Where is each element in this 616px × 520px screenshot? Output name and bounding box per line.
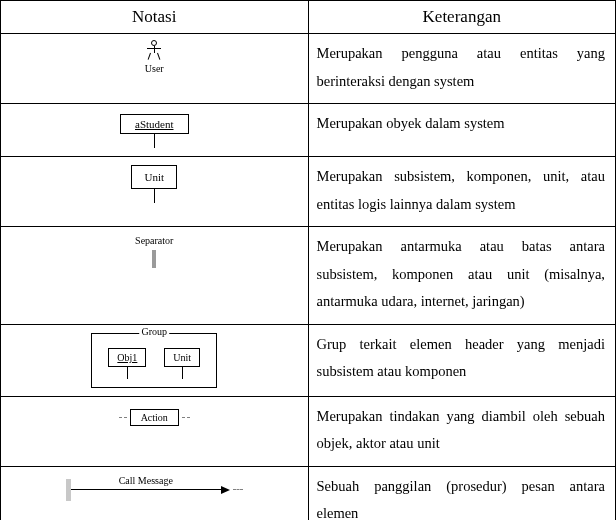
notation-action: Action xyxy=(1,396,309,466)
actor-icon xyxy=(146,40,162,62)
notation-label: Call Message xyxy=(119,475,173,486)
notation-unit: Unit xyxy=(1,157,309,227)
lifeline-icon xyxy=(182,367,183,379)
unit-box-icon: Unit xyxy=(131,165,177,189)
notation-separator: Separator xyxy=(1,227,309,325)
notation-label: User xyxy=(145,63,164,74)
description-cell: Merupakan subsistem, komponen, unit, ata… xyxy=(308,157,616,227)
table-row: Call Message Sebuah panggilan (prosedur)… xyxy=(1,466,616,520)
dash-left-icon xyxy=(119,417,127,418)
table-row: User Merupakan pengguna atau entitas yan… xyxy=(1,34,616,104)
description-cell: Grup terkait elemen header yang menjadi … xyxy=(308,324,616,396)
group-obj1-box: Obj1 xyxy=(108,348,146,367)
description-cell: Merupakan antarmuka atau batas antara su… xyxy=(308,227,616,325)
notation-call-message: Call Message xyxy=(1,466,309,520)
dash-right-icon xyxy=(182,417,190,418)
group-title: Group xyxy=(139,326,169,337)
header-notasi: Notasi xyxy=(1,1,309,34)
table-row: Unit Merupakan subsistem, komponen, unit… xyxy=(1,157,616,227)
description-cell: Sebuah panggilan (prosedur) pesan antara… xyxy=(308,466,616,520)
message-line-icon: Call Message xyxy=(71,489,221,490)
table-row: aStudent Merupakan obyek dalam system xyxy=(1,104,616,157)
notation-table: Notasi Keterangan User Merupakan penggun… xyxy=(0,0,616,520)
table-row: Separator Merupakan antarmuka atau batas… xyxy=(1,227,616,325)
notation-group: Group Obj1 Unit xyxy=(1,324,309,396)
notation-label: Separator xyxy=(5,235,304,246)
group-unit-box: Unit xyxy=(164,348,200,367)
dash-right-icon xyxy=(233,489,243,490)
header-keterangan: Keterangan xyxy=(308,1,616,34)
action-box-icon: Action xyxy=(130,409,179,426)
table-row: Action Merupakan tindakan yang diambil o… xyxy=(1,396,616,466)
table-row: Group Obj1 Unit Grup terkait elemen head… xyxy=(1,324,616,396)
lifeline-icon xyxy=(154,189,155,203)
description-cell: Merupakan tindakan yang diambil oleh seb… xyxy=(308,396,616,466)
lifeline-icon xyxy=(127,367,128,379)
table-header-row: Notasi Keterangan xyxy=(1,1,616,34)
object-box-icon: aStudent xyxy=(120,114,189,134)
description-cell: Merupakan pengguna atau entitas yang ber… xyxy=(308,34,616,104)
lifeline-icon xyxy=(154,134,155,148)
notation-object: aStudent xyxy=(1,104,309,157)
description-cell: Merupakan obyek dalam system xyxy=(308,104,616,157)
separator-bar-icon xyxy=(152,250,156,268)
notation-user: User xyxy=(1,34,309,104)
arrowhead-icon xyxy=(221,486,230,494)
group-box-icon: Group Obj1 Unit xyxy=(91,333,217,388)
